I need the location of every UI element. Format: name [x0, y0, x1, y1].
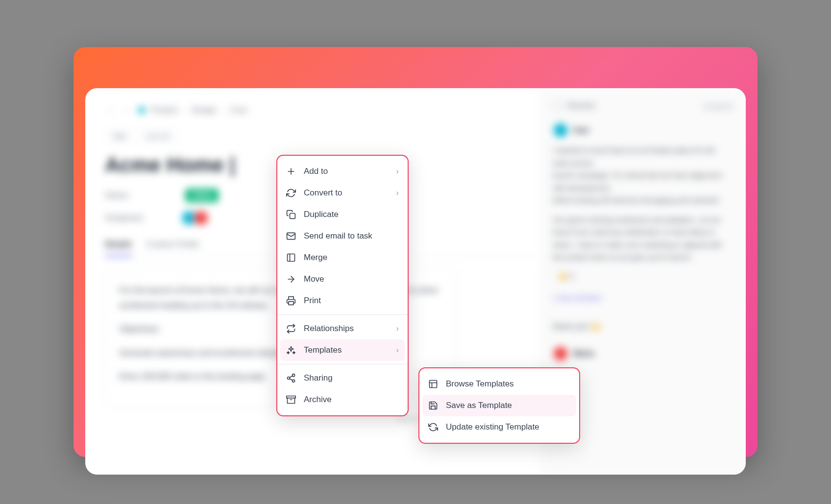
task-type-tag[interactable]: Task: [105, 129, 134, 144]
archive-icon: [286, 395, 296, 405]
assigned-label: Assigned: [703, 102, 733, 110]
svg-line-12: [290, 376, 293, 377]
status-label: Status: [105, 191, 173, 200]
avatar[interactable]: [553, 122, 568, 138]
mail-icon: [286, 231, 296, 241]
comment-body: I wanted to touch base as we finalize pl…: [553, 144, 733, 207]
breadcrumb-item[interactable]: Design: [192, 106, 217, 115]
menu-item-convert-to[interactable]: Convert to ›: [277, 182, 408, 204]
menu-divider: [277, 364, 408, 364]
commenter-name: Ivan: [573, 126, 589, 135]
avatar[interactable]: [193, 210, 209, 226]
chevron-right-icon: ›: [396, 345, 399, 355]
menu-item-move[interactable]: Move: [277, 268, 408, 290]
nav-back-icon[interactable]: ‹: [105, 103, 116, 117]
refresh-icon: [286, 188, 296, 198]
chevron-right-icon: ›: [396, 167, 399, 176]
plus-icon: [286, 167, 296, 176]
templates-submenu: Browse Templates Save as Template Update…: [418, 367, 580, 444]
menu-item-duplicate[interactable]: Duplicate: [277, 204, 408, 225]
svg-rect-2: [290, 214, 295, 219]
menu-item-add-to[interactable]: Add to ›: [277, 161, 408, 182]
printer-icon: [286, 296, 296, 306]
new-comment-link[interactable]: 1 new comment: [553, 294, 601, 302]
svg-line-11: [290, 379, 293, 380]
menu-item-archive[interactable]: Archive: [277, 389, 408, 410]
tab-details[interactable]: Details: [105, 240, 132, 257]
comment-body: Our goal is driving excitement and adopt…: [553, 214, 733, 264]
menu-item-relationships[interactable]: Relationships ›: [277, 318, 408, 339]
workspace-dot-icon: [138, 107, 145, 114]
breadcrumb-separator: /: [184, 106, 186, 115]
breadcrumb-separator: /: [222, 106, 224, 115]
status-badge[interactable]: OPEN: [185, 189, 219, 202]
resolve-checkbox[interactable]: Resolve: [553, 101, 596, 111]
svg-rect-4: [288, 254, 295, 262]
svg-rect-15: [430, 381, 437, 388]
arrow-right-icon: [286, 274, 296, 284]
copy-icon: [286, 210, 296, 219]
assignee-avatars[interactable]: [185, 210, 209, 226]
commenter-name: Marta: [573, 349, 594, 358]
thumbs-up-icon: 👍: [558, 272, 566, 280]
comment: Ivan I wanted to touch base as we finali…: [553, 122, 733, 361]
menu-item-send-email[interactable]: Send email to task: [277, 225, 408, 247]
menu-item-sharing[interactable]: Sharing: [277, 367, 408, 389]
checkbox-icon: [553, 101, 562, 111]
avatar[interactable]: [553, 346, 568, 361]
share-icon: [286, 373, 296, 383]
task-view-background: ‹ › Product / Design / Core Task CLA-10 …: [85, 88, 746, 475]
chevron-right-icon: ›: [396, 324, 399, 334]
menu-item-print[interactable]: Print: [277, 290, 408, 312]
grid-icon: [428, 379, 438, 389]
chevron-right-icon: ›: [396, 188, 399, 198]
merge-icon: [286, 253, 296, 263]
submenu-item-update-template[interactable]: Update existing Template: [419, 416, 579, 438]
sparkles-icon: [286, 345, 296, 355]
task-id-tag[interactable]: CLA-10: [139, 129, 176, 144]
hands-emoji-icon: 🙌: [591, 322, 601, 331]
breadcrumb-item[interactable]: Product: [151, 106, 178, 115]
relationships-icon: [286, 324, 296, 334]
svg-rect-13: [287, 396, 295, 398]
svg-rect-7: [289, 302, 293, 305]
nav-forward-icon[interactable]: ›: [122, 103, 132, 117]
refresh-icon: [428, 422, 438, 432]
tab-custom-fields[interactable]: Custom Fields: [146, 240, 199, 257]
submenu-item-save-as-template[interactable]: Save as Template: [422, 395, 576, 416]
menu-item-merge[interactable]: Merge: [277, 247, 408, 268]
menu-divider: [277, 314, 408, 315]
menu-item-templates[interactable]: Templates ›: [280, 339, 405, 361]
task-context-menu: Add to › Convert to › Duplicate Send ema…: [276, 155, 409, 416]
submenu-item-browse-templates[interactable]: Browse Templates: [419, 373, 579, 395]
assignees-label: Assignees: [105, 213, 173, 223]
reaction-pill[interactable]: 👍 1: [553, 269, 579, 282]
save-icon: [428, 401, 438, 410]
breadcrumb-item[interactable]: Core: [230, 106, 247, 115]
